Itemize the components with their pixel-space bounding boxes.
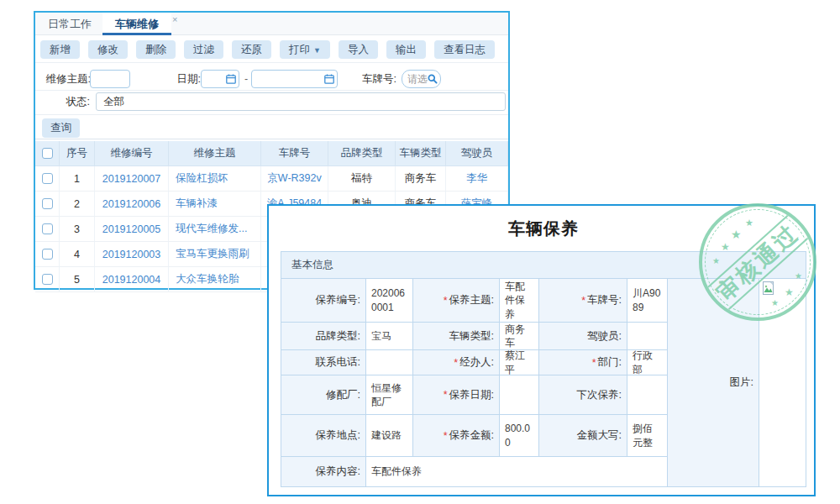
- brand-label: 品牌类型:: [281, 323, 366, 350]
- date-range-separator: -: [243, 70, 249, 88]
- plate-filter-label: 车牌号:: [360, 70, 396, 88]
- date-label: 日期:: [172, 70, 201, 88]
- table-row[interactable]: 1 2019120007 保险杠损坏 京W-R392v 福特 商务车 李华: [35, 166, 508, 192]
- plate-value: 川A9089: [627, 279, 668, 323]
- row-checkbox[interactable]: [42, 198, 53, 209]
- phone-label: 联系电话:: [281, 350, 366, 375]
- status-select[interactable]: 全部: [96, 92, 506, 111]
- vtype-cell: 商务车: [396, 166, 446, 192]
- calendar-icon[interactable]: [324, 74, 334, 84]
- repair-no-link[interactable]: 2019120007: [95, 166, 169, 192]
- select-all-checkbox-cell: [35, 141, 60, 166]
- required-icon: *: [444, 430, 448, 442]
- col-header: 车辆类型: [396, 141, 446, 166]
- next-maint-label: 下次保养:: [539, 375, 627, 415]
- tab-bar: 日常工作 车辆维修 ×: [35, 13, 508, 35]
- search-icon[interactable]: [428, 74, 438, 84]
- amount-label-text: 保养金额:: [449, 428, 494, 443]
- vtype-value: 商务车: [500, 323, 539, 350]
- section-basic-info: 基本信息: [281, 251, 806, 279]
- query-button[interactable]: 查询: [42, 118, 80, 138]
- tab-vehicle-repair[interactable]: 车辆维修: [102, 13, 171, 35]
- edit-button[interactable]: 修改: [88, 40, 128, 59]
- tab-close-icon[interactable]: ×: [172, 14, 177, 24]
- next-maint-value: [627, 375, 668, 415]
- row-checkbox[interactable]: [42, 249, 53, 260]
- image-cell: [759, 279, 806, 487]
- shop-value: 恒星修配厂: [366, 375, 413, 415]
- place-label: 保养地点:: [281, 415, 366, 457]
- view-log-button[interactable]: 查看日志: [434, 40, 495, 59]
- maint-date-value: [500, 375, 539, 415]
- repair-topic-link[interactable]: 大众车换轮胎: [169, 267, 261, 292]
- row-checkbox[interactable]: [42, 173, 53, 184]
- tab-daily-work[interactable]: 日常工作: [37, 13, 102, 35]
- repair-no-link[interactable]: 2019120004: [95, 267, 169, 292]
- required-icon: *: [444, 295, 448, 307]
- filter-button[interactable]: 过滤: [184, 40, 223, 59]
- maint-no-label: 保养编号:: [281, 279, 366, 323]
- row-checkbox[interactable]: [42, 223, 53, 234]
- plate-label-text: 车牌号:: [587, 293, 622, 307]
- vtype-label: 车辆类型:: [413, 323, 500, 350]
- required-icon: *: [454, 357, 458, 369]
- col-header: 驾驶员: [446, 141, 508, 166]
- delete-button[interactable]: 删除: [136, 40, 176, 59]
- chevron-down-icon: ▼: [313, 46, 321, 55]
- brand-value: 宝马: [366, 323, 413, 350]
- repair-no-link[interactable]: 2019120006: [95, 192, 169, 217]
- toolbar: 新增 修改 删除 过滤 还原 打印▼ 导入 输出 查看日志: [40, 40, 495, 59]
- amount-cn-value: 捌佰元整: [627, 415, 668, 457]
- add-button[interactable]: 新增: [40, 40, 80, 59]
- plate-placeholder: 请选择: [407, 72, 428, 87]
- content-label: 保养内容:: [281, 457, 366, 487]
- row-no: 1: [60, 166, 95, 192]
- export-button[interactable]: 输出: [386, 40, 426, 59]
- checkbox-cell: [35, 192, 60, 217]
- plate-link[interactable]: 京W-R392v: [261, 166, 328, 192]
- date-from-input[interactable]: [201, 70, 239, 88]
- col-header: 序号: [60, 141, 95, 166]
- row-no: 3: [60, 217, 95, 242]
- handler-label-text: 经办人:: [459, 355, 494, 370]
- calendar-icon[interactable]: [226, 74, 236, 84]
- col-header: 维修主题: [169, 141, 261, 166]
- plate-label: *车牌号:: [539, 279, 627, 323]
- driver-link[interactable]: 李华: [446, 166, 508, 192]
- plate-filter-input[interactable]: 请选择: [402, 70, 441, 88]
- print-button[interactable]: 打印▼: [280, 40, 330, 59]
- checkbox-cell: [35, 242, 60, 267]
- import-button[interactable]: 导入: [339, 40, 378, 59]
- phone-value: [366, 350, 413, 375]
- repair-topic-link[interactable]: 车辆补漆: [169, 192, 261, 217]
- driver-label: 驾驶员:: [539, 323, 627, 350]
- filter-divider: [35, 114, 508, 115]
- desktop: 日常工作 车辆维修 × 新增 修改 删除 过滤 还原 打印▼ 导入 输出 查看日…: [0, 0, 840, 504]
- repair-topic-input[interactable]: [90, 70, 130, 88]
- topic-value: 车配件保养: [500, 279, 539, 323]
- dept-label: *部门:: [539, 350, 627, 375]
- topic-label: *保养主题:: [413, 279, 500, 323]
- image-placeholder-icon: [762, 281, 775, 295]
- maint-date-label: *保养日期:: [413, 375, 500, 415]
- toolbar-divider: [35, 62, 508, 63]
- table-top-divider: [35, 139, 508, 139]
- col-header: 车牌号: [261, 141, 328, 166]
- amount-label: *保养金额:: [413, 415, 500, 457]
- repair-topic-link[interactable]: 现代车维修发...: [169, 217, 261, 242]
- select-all-checkbox[interactable]: [42, 148, 53, 159]
- repair-no-link[interactable]: 2019120003: [95, 242, 169, 267]
- row-checkbox[interactable]: [42, 274, 53, 285]
- repair-topic-link[interactable]: 宝马车更换雨刷: [169, 242, 261, 267]
- handler-value: 蔡江平: [500, 350, 539, 375]
- repair-topic-label: 维修主题:: [42, 70, 91, 88]
- brand-cell: 福特: [328, 166, 396, 192]
- repair-topic-link[interactable]: 保险杠损坏: [169, 166, 261, 192]
- col-header: 品牌类型: [328, 141, 396, 166]
- status-label: 状态:: [52, 92, 90, 111]
- repair-no-link[interactable]: 2019120005: [95, 217, 169, 242]
- checkbox-cell: [35, 166, 60, 192]
- date-to-input[interactable]: [251, 70, 338, 88]
- restore-button[interactable]: 还原: [232, 40, 271, 59]
- dept-value: 行政部: [627, 350, 668, 375]
